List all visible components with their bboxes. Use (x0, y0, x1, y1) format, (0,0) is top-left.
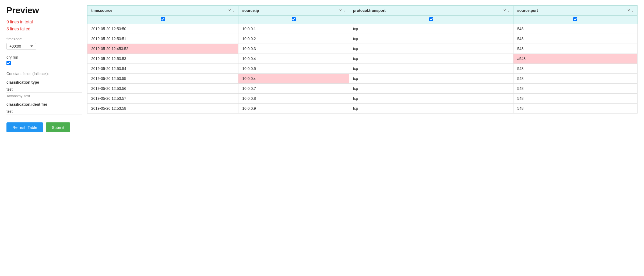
chevron-down-icon (30, 45, 33, 47)
table-area: time.source ✕ ⌄ source.ip ✕ ⌄ protocol.t… (87, 5, 638, 271)
x-icon[interactable]: ✕ (627, 9, 630, 12)
table-row: 2019-05-20 12:53:5110.0.0.2tcp548 (87, 34, 638, 44)
classification-type-label: classification type (6, 80, 82, 84)
column-icons[interactable]: ✕ ⌄ (503, 9, 509, 12)
table-cell-protocol_transport: tcp (349, 104, 513, 114)
column-header-source_ip: source.ip ✕ ⌄ (238, 6, 349, 16)
table-row: 2019-05-20 12:453:5210.0.0.3tcp548 (87, 44, 638, 54)
column-label: time.source (91, 8, 112, 13)
column-icons[interactable]: ✕ ⌄ (228, 9, 234, 12)
table-cell-time_source: 2019-05-20 12:53:58 (87, 104, 238, 114)
table-row: 2019-05-20 12:53:5010.0.0.1tcp548 (87, 24, 638, 34)
table-cell-source_port: 548 (513, 84, 637, 94)
table-cell-source_ip: 10.0.0.2 (238, 34, 349, 44)
column-label: source.port (517, 8, 538, 13)
table-cell-time_source: 2019-05-20 12:53:53 (87, 54, 238, 64)
table-cell-time_source: 2019-05-20 12:53:54 (87, 64, 238, 74)
table-cell-source_ip: 10.0.0.1 (238, 24, 349, 34)
x-icon[interactable]: ✕ (503, 9, 506, 12)
column-checkbox[interactable] (573, 17, 577, 21)
submit-button[interactable]: Submit (46, 122, 70, 132)
table-cell-source_ip: 10.0.0.7 (238, 84, 349, 94)
table-cell-protocol_transport: tcp (349, 64, 513, 74)
table-cell-source_port: 548 (513, 44, 637, 54)
sidebar: Preview 9 lines in total 3 lines failed … (6, 5, 87, 271)
classification-identifier-section: classification.identifier (6, 102, 82, 116)
preview-table: time.source ✕ ⌄ source.ip ✕ ⌄ protocol.t… (87, 5, 638, 114)
column-checkbox[interactable] (292, 17, 296, 21)
table-cell-protocol_transport: tcp (349, 34, 513, 44)
timezone-select[interactable]: +00:00 (6, 43, 36, 50)
column-label: protocol.transport (353, 8, 386, 13)
column-checkbox-cell (513, 16, 637, 24)
lines-total-label: 9 lines in total (6, 20, 82, 24)
table-row: 2019-05-20 12:53:5710.0.0.8tcp548 (87, 94, 638, 104)
column-header-source_port: source.port ✕ ⌄ (513, 6, 637, 16)
table-row: 2019-05-20 12:53:5410.0.0.5tcp548 (87, 64, 638, 74)
column-checkbox-cell (349, 16, 513, 24)
table-cell-time_source: 2019-05-20 12:453:52 (87, 44, 238, 54)
dry-run-checkbox[interactable] (6, 61, 11, 65)
table-cell-source_port: 548 (513, 64, 637, 74)
timezone-value: +00:00 (9, 44, 29, 48)
page-title: Preview (6, 5, 82, 15)
table-cell-source_port: 548 (513, 24, 637, 34)
x-icon[interactable]: ✕ (339, 9, 342, 12)
dry-run-checkbox-wrapper (6, 61, 82, 66)
lines-failed-label: 3 lines failed (6, 27, 82, 31)
column-checkbox-cell (87, 16, 238, 24)
table-cell-source_ip: 10.0.0.9 (238, 104, 349, 114)
sort-icon[interactable]: ⌄ (631, 9, 634, 12)
table-cell-protocol_transport: tcp (349, 84, 513, 94)
table-cell-protocol_transport: tcp (349, 74, 513, 84)
table-cell-source_port: 548 (513, 94, 637, 104)
column-checkbox[interactable] (161, 17, 165, 21)
classification-identifier-label: classification.identifier (6, 102, 82, 107)
sort-icon[interactable]: ⌄ (343, 9, 345, 12)
table-cell-protocol_transport: tcp (349, 44, 513, 54)
table-row: 2019-05-20 12:53:5310.0.0.4tcpa548 (87, 54, 638, 64)
table-cell-time_source: 2019-05-20 12:53:50 (87, 24, 238, 34)
table-cell-time_source: 2019-05-20 12:53:51 (87, 34, 238, 44)
column-label: source.ip (242, 8, 259, 13)
table-cell-time_source: 2019-05-20 12:53:55 (87, 74, 238, 84)
classification-identifier-input[interactable] (6, 108, 82, 115)
table-cell-source_ip: 10.0.0.8 (238, 94, 349, 104)
table-cell-source_port: 548 (513, 34, 637, 44)
sort-icon[interactable]: ⌄ (507, 9, 509, 12)
table-cell-source_port: 548 (513, 104, 637, 114)
dry-run-label: dry run (6, 55, 82, 59)
constant-fields-label: Constant fields (fallback): (6, 72, 82, 76)
refresh-table-button[interactable]: Refresh Table (6, 122, 43, 132)
table-row: 2019-05-20 12:53:5810.0.0.9tcp548 (87, 104, 638, 114)
table-cell-source_ip: 10.0.0.5 (238, 64, 349, 74)
classification-type-section: classification type Taxonomy: test (6, 80, 82, 98)
table-cell-time_source: 2019-05-20 12:53:56 (87, 84, 238, 94)
column-header-protocol_transport: protocol.transport ✕ ⌄ (349, 6, 513, 16)
classification-type-input[interactable] (6, 86, 82, 93)
taxonomy-label: Taxonomy: test (6, 94, 82, 98)
table-cell-time_source: 2019-05-20 12:53:57 (87, 94, 238, 104)
table-cell-source_ip: 10.0.0.3 (238, 44, 349, 54)
column-icons[interactable]: ✕ ⌄ (627, 9, 634, 12)
table-cell-source_ip: 10.0.0.4 (238, 54, 349, 64)
table-row: 2019-05-20 12:53:5510.0.0.xtcp548 (87, 74, 638, 84)
column-icons[interactable]: ✕ ⌄ (339, 9, 345, 12)
table-cell-protocol_transport: tcp (349, 94, 513, 104)
table-cell-source_ip: 10.0.0.x (238, 74, 349, 84)
timezone-label: timezone (6, 37, 82, 41)
column-checkbox-cell (238, 16, 349, 24)
table-cell-source_port: 548 (513, 74, 637, 84)
bottom-buttons: Refresh Table Submit (6, 122, 82, 132)
table-cell-protocol_transport: tcp (349, 24, 513, 34)
table-cell-source_port: a548 (513, 54, 637, 64)
table-cell-protocol_transport: tcp (349, 54, 513, 64)
sort-icon[interactable]: ⌄ (232, 9, 234, 12)
column-checkbox[interactable] (429, 17, 433, 21)
x-icon[interactable]: ✕ (228, 9, 231, 12)
table-row: 2019-05-20 12:53:5610.0.0.7tcp548 (87, 84, 638, 94)
column-header-time_source: time.source ✕ ⌄ (87, 6, 238, 16)
